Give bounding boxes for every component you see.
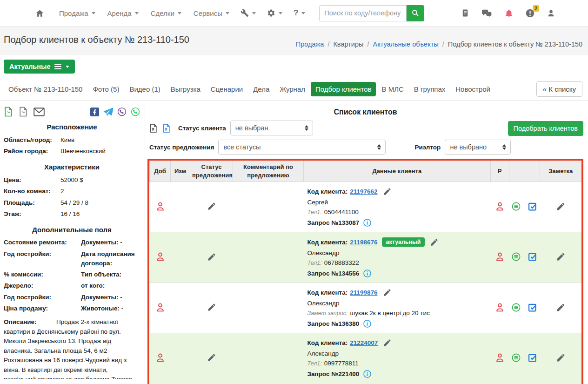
- client-info-label: Тел1:: [307, 260, 322, 266]
- back-to-list-button[interactable]: « К списку: [536, 81, 582, 97]
- tab-item[interactable]: Фото (5): [88, 82, 124, 96]
- request-info-icon[interactable]: [363, 218, 372, 227]
- tab-item[interactable]: Видео (1): [125, 82, 165, 96]
- export-excel-dark-icon[interactable]: [149, 123, 157, 133]
- tab-item[interactable]: Новострой: [451, 82, 495, 96]
- tab-item[interactable]: Сценарии: [206, 82, 247, 96]
- add-client-person-icon[interactable]: [155, 251, 166, 262]
- edit-client-pencil-icon[interactable]: [383, 288, 392, 297]
- nav-menu-item[interactable]: Аренда: [107, 9, 139, 17]
- address-book-icon[interactable]: [461, 8, 469, 18]
- actions-cell: [509, 182, 540, 232]
- extra-field-left: Год постройки:: [4, 249, 79, 269]
- field-label: Район города:: [4, 147, 57, 156]
- add-client-person-icon[interactable]: [155, 352, 166, 363]
- telegram-icon[interactable]: [103, 108, 113, 116]
- edit-client-pencil-icon[interactable]: [430, 238, 439, 247]
- match-clients-button[interactable]: Подобрать клиентов: [508, 121, 583, 136]
- client-person-icon[interactable]: [494, 201, 505, 212]
- select-checkbox-icon[interactable]: [528, 303, 537, 312]
- breadcrumb-item[interactable]: Квартиры: [324, 40, 363, 48]
- nav-tools-menu[interactable]: [241, 9, 256, 17]
- edit-offer-status-pencil-icon[interactable]: [207, 303, 216, 312]
- messages-icon[interactable]: [481, 8, 493, 18]
- chevron-down-icon: [226, 12, 229, 14]
- request-info-icon[interactable]: [363, 269, 372, 278]
- email-icon[interactable]: [33, 108, 45, 116]
- alerts-icon[interactable]: 2: [525, 8, 535, 18]
- chevron-down-icon: [178, 12, 181, 14]
- field-label: Цена:: [4, 175, 57, 185]
- nav-menu-item[interactable]: Продажа: [59, 9, 95, 17]
- select-checkbox-icon[interactable]: [528, 202, 537, 211]
- add-client-person-icon[interactable]: [155, 201, 166, 212]
- export-excel-blue-icon[interactable]: [162, 123, 170, 133]
- whatsapp-icon[interactable]: [131, 107, 140, 116]
- edit-offer-status-pencil-icon[interactable]: [207, 353, 216, 362]
- chevron-down-icon: [279, 12, 282, 14]
- notifications-bell-icon[interactable]: [504, 8, 514, 18]
- client-code-link[interactable]: 21198676: [350, 239, 377, 246]
- extra-field-pair: Состояние ремонта: Документы: -: [4, 237, 140, 248]
- tab-item[interactable]: В группах: [409, 82, 450, 96]
- offer-status-select[interactable]: все статусы: [218, 140, 386, 155]
- nav-menu-item[interactable]: Сделки: [151, 9, 181, 17]
- tab-item[interactable]: Объект № 213-110-150: [4, 82, 87, 96]
- client-status-select[interactable]: не выбран: [230, 121, 313, 135]
- request-info-icon[interactable]: [363, 319, 372, 328]
- request-info-icon[interactable]: [363, 370, 372, 378]
- search-button[interactable]: [407, 5, 424, 21]
- export-doc-green-icon[interactable]: [4, 107, 13, 117]
- request-list-icon[interactable]: [511, 202, 521, 211]
- export-pdf-icon[interactable]: [19, 107, 27, 117]
- actions-cell: [509, 232, 540, 283]
- client-code-link[interactable]: 21224007: [350, 339, 378, 346]
- nav-help-menu[interactable]: ?: [294, 8, 305, 18]
- breadcrumb-item[interactable]: Продажа: [296, 40, 324, 48]
- table-header-cell: Изм: [171, 161, 190, 182]
- breadcrumb-item[interactable]: Подбор клиентов к объекту № 213-110-150: [439, 40, 582, 48]
- realtor-select[interactable]: не выбрано: [445, 140, 511, 155]
- edit-note-pencil-icon[interactable]: [556, 303, 566, 312]
- edit-note-pencil-icon[interactable]: [556, 202, 566, 211]
- edit-note-pencil-icon[interactable]: [556, 353, 566, 363]
- select-checkbox-icon[interactable]: [528, 353, 537, 363]
- search-icon: [411, 9, 420, 17]
- tab-item[interactable]: Выгрузка: [166, 82, 205, 96]
- edit-note-pencil-icon[interactable]: [556, 252, 566, 262]
- alerts-count-badge: 2: [533, 5, 539, 12]
- edit-client-pencil-icon[interactable]: [383, 187, 392, 196]
- tab-item[interactable]: Подбор клиентов: [311, 82, 376, 96]
- edit-cell: [171, 283, 190, 333]
- client-code-link[interactable]: 21197662: [350, 188, 377, 195]
- object-status-button[interactable]: Актуальные: [4, 60, 75, 74]
- home-icon[interactable]: [35, 9, 44, 18]
- search-input[interactable]: [319, 5, 407, 21]
- client-person-icon[interactable]: [494, 251, 505, 262]
- select-checkbox-icon[interactable]: [528, 252, 537, 262]
- add-cell: [150, 182, 171, 232]
- client-info-value: 0997778811: [324, 360, 359, 367]
- tab-item[interactable]: Журнал: [275, 82, 310, 96]
- tab-item[interactable]: Дела: [248, 82, 274, 96]
- nav-settings-menu[interactable]: [267, 9, 282, 17]
- client-code-link[interactable]: 21199876: [350, 289, 377, 296]
- edit-client-pencil-icon[interactable]: [383, 338, 392, 347]
- request-list-icon[interactable]: [511, 303, 521, 312]
- edit-offer-status-pencil-icon[interactable]: [207, 202, 216, 211]
- client-person-icon[interactable]: [494, 352, 505, 363]
- realtor-filter-label: Риэлтор: [414, 144, 441, 151]
- top-navbar: Продажа Аренда Сделки Сервисы ?: [0, 0, 588, 27]
- profile-icon[interactable]: [547, 9, 555, 18]
- request-list-icon[interactable]: [511, 353, 521, 363]
- viber-icon[interactable]: [117, 107, 127, 116]
- nav-menu-item[interactable]: Сервисы: [194, 9, 229, 17]
- request-list-icon[interactable]: [511, 252, 521, 262]
- client-person-icon[interactable]: [494, 302, 505, 313]
- offer-status-cell: [190, 182, 233, 232]
- edit-offer-status-pencil-icon[interactable]: [207, 252, 216, 262]
- add-client-person-icon[interactable]: [155, 302, 166, 313]
- breadcrumb-item[interactable]: Актуальные объекты: [363, 40, 438, 48]
- tab-item[interactable]: В МЛС: [377, 82, 408, 96]
- facebook-icon[interactable]: [90, 108, 99, 116]
